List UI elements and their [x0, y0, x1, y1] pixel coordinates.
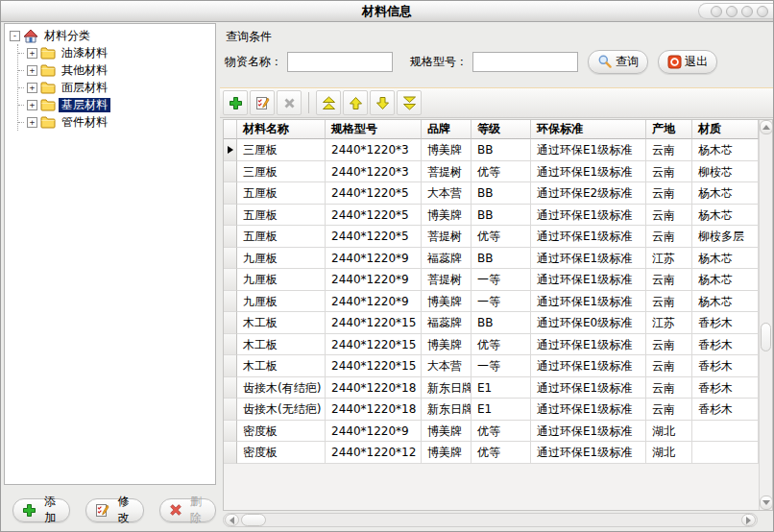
row-marker[interactable]	[224, 269, 237, 291]
table-row[interactable]: 九厘板2440*1220*9福蕊牌BB通过环保E1级标准江苏杨木芯	[224, 248, 759, 270]
scroll-right-button[interactable]	[741, 514, 756, 526]
tree-item[interactable]: +管件材料	[18, 113, 215, 131]
exit-icon	[667, 55, 682, 69]
scroll-down-button[interactable]	[760, 496, 773, 510]
table-row[interactable]: 密度板2440*1220*12博美牌优等通过环保E1级标准湖北	[224, 442, 759, 464]
horizontal-scrollbar[interactable]	[223, 513, 758, 527]
search-button[interactable]: 查询	[588, 50, 648, 74]
edit-button[interactable]	[250, 90, 275, 115]
window-control-button[interactable]	[741, 6, 753, 17]
table-row[interactable]: 三厘板2440*1220*3菩提树优等通过环保E1级标准云南柳桉芯	[224, 161, 759, 183]
table-cell: 杨木芯	[692, 182, 759, 205]
exit-button[interactable]: 退出	[658, 50, 717, 74]
table-row[interactable]: 木工板2440*1220*15大本营一等通过环保E1级标准云南香杉木	[224, 355, 759, 377]
table-cell: 2440*1220*3	[326, 139, 422, 161]
edit-button[interactable]: 修改	[85, 498, 143, 522]
titlebar[interactable]: 材料信息	[1, 1, 773, 22]
table-cell: 优等	[472, 334, 531, 356]
row-marker[interactable]	[224, 226, 237, 248]
table-cell: 云南	[646, 205, 692, 227]
table-row[interactable]: 木工板2440*1220*15博美牌优等通过环保E1级标准云南香杉木	[224, 334, 759, 356]
table-cell: BB	[472, 182, 531, 205]
move-down-button[interactable]	[370, 90, 395, 115]
delete-button[interactable]: 删除	[159, 498, 216, 522]
table-cell: 香杉木	[692, 312, 759, 334]
material-name-input[interactable]	[287, 52, 393, 72]
table-row[interactable]: 密度板2440*1220*9博美牌优等通过环保E1级标准湖北	[224, 421, 759, 443]
scroll-left-button[interactable]	[225, 514, 239, 526]
column-header[interactable]: 材质	[692, 120, 759, 139]
column-header[interactable]: 品牌	[422, 120, 472, 139]
move-top-button[interactable]	[316, 90, 341, 115]
row-marker[interactable]	[224, 377, 237, 399]
tree-item-label[interactable]: 基层材料	[59, 98, 110, 112]
move-bottom-button[interactable]	[397, 90, 422, 115]
tree-item-label[interactable]: 面层材料	[59, 81, 110, 95]
table-row[interactable]: 九厘板2440*1220*9菩提树一等通过环保E1级标准云南杨木芯	[224, 269, 759, 291]
row-marker[interactable]	[224, 248, 237, 270]
row-marker[interactable]	[224, 442, 237, 464]
scroll-up-button[interactable]	[760, 120, 773, 134]
tree-item[interactable]: +其他材料	[18, 61, 215, 79]
vertical-scrollbar[interactable]	[759, 120, 772, 510]
horizontal-scrollbar-thumb[interactable]	[241, 514, 266, 526]
row-marker[interactable]	[224, 139, 237, 161]
row-marker[interactable]	[224, 399, 237, 421]
tree-item-label[interactable]: 管件材料	[59, 115, 110, 130]
delete-button[interactable]	[277, 90, 302, 115]
column-header[interactable]: 环保标准	[531, 120, 646, 139]
edit-icon	[255, 96, 270, 110]
table-row[interactable]: 五厘板2440*1220*5博美牌BB通过环保E1级标准云南杨木芯	[224, 205, 759, 227]
tree-expander[interactable]: +	[27, 65, 37, 76]
tree-expander[interactable]: +	[27, 48, 37, 59]
move-up-button[interactable]	[343, 90, 368, 115]
add-button[interactable]: 添加	[12, 498, 70, 522]
table-row[interactable]: 三厘板2440*1220*3博美牌BB通过环保E1级标准云南杨木芯	[224, 139, 759, 161]
table-cell: 优等	[472, 442, 531, 464]
tree-expander[interactable]: +	[27, 100, 37, 110]
table-row[interactable]: 五厘板2440*1220*5大本营BB通过环保E2级标准云南杨木芯	[224, 182, 759, 205]
window-control-button[interactable]	[711, 6, 722, 17]
tree-expander[interactable]: +	[27, 83, 37, 93]
vertical-scrollbar-thumb[interactable]	[761, 323, 771, 351]
table-cell: 通过环保E1级标准	[531, 226, 646, 248]
tree-expander[interactable]: -	[10, 31, 20, 41]
table-row[interactable]: 齿接木(有结疤)2440*1220*18新东日牌E1通过环保E1级标准云南香杉木	[224, 377, 759, 399]
tree-item[interactable]: +面层材料	[18, 79, 215, 96]
column-header[interactable]: 等级	[472, 120, 531, 139]
tree-item-label[interactable]: 油漆材料	[59, 46, 110, 60]
table-cell: E1	[472, 399, 531, 421]
row-marker[interactable]	[224, 355, 237, 377]
tree-item[interactable]: +油漆材料	[18, 44, 215, 61]
tree-item[interactable]: +基层材料	[18, 96, 215, 113]
row-marker[interactable]	[224, 291, 237, 313]
table-row[interactable]: 齿接木(无结疤)2440*1220*18新东日牌E1通过环保E1级标准云南香杉木	[224, 399, 759, 421]
tree-item-label[interactable]: 其他材料	[59, 63, 110, 78]
add-button[interactable]	[223, 90, 248, 115]
table-cell: 云南	[646, 291, 692, 313]
row-marker[interactable]	[224, 161, 237, 183]
tree-root-item[interactable]: -材料分类	[10, 27, 215, 44]
column-header[interactable]: 规格型号	[326, 120, 422, 139]
column-header[interactable]: 材料名称	[237, 120, 326, 139]
column-header[interactable]: 产地	[646, 120, 692, 139]
tree-expander[interactable]: +	[27, 117, 37, 128]
table-body: 三厘板2440*1220*3博美牌BB通过环保E1级标准云南杨木芯三厘板2440…	[224, 139, 759, 464]
table-cell: 2440*1220*5	[326, 226, 422, 248]
row-marker[interactable]	[224, 205, 237, 227]
table-cell: 2440*1220*9	[326, 291, 422, 313]
row-marker[interactable]	[224, 421, 237, 443]
window-control-button[interactable]	[757, 6, 768, 17]
table-row[interactable]: 木工板2440*1220*15福蕊牌BB通过环保E0级标准江苏香杉木	[224, 312, 759, 334]
table-cell: 九厘板	[237, 291, 326, 313]
row-marker[interactable]	[224, 182, 237, 205]
table-row[interactable]: 五厘板2440*1220*5菩提树优等通过环保E1级标准云南柳桉多层	[224, 226, 759, 248]
left-button-bar: 添加 修改 删除	[4, 490, 216, 530]
edit-button-label: 修改	[112, 494, 133, 526]
row-marker[interactable]	[224, 334, 237, 356]
table-row[interactable]: 九厘板2440*1220*9博美牌一等通过环保E1级标准云南杨木芯	[224, 291, 759, 313]
row-marker[interactable]	[224, 312, 237, 334]
spec-model-input[interactable]	[472, 52, 578, 72]
table-cell: 木工板	[237, 312, 326, 334]
window-control-button[interactable]	[726, 6, 738, 17]
